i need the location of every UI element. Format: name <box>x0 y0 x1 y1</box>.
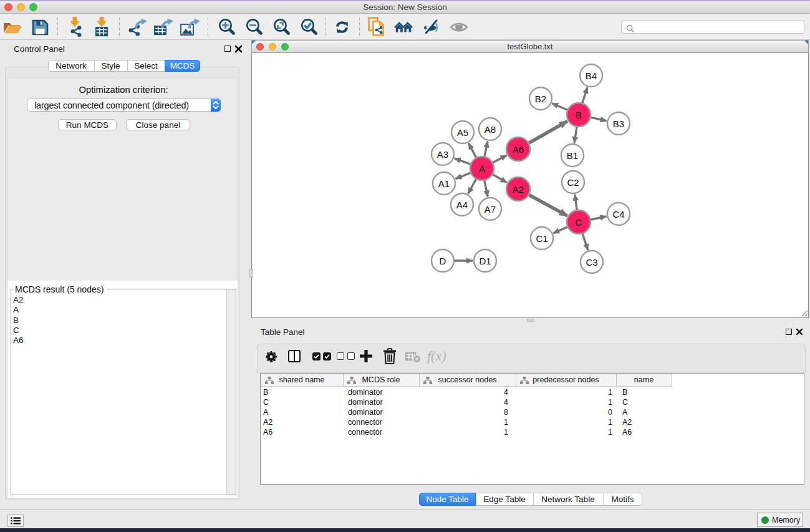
svg-text:A4: A4 <box>456 200 468 210</box>
svg-text:A8: A8 <box>485 124 496 135</box>
svg-text:C1: C1 <box>536 233 547 244</box>
svg-text:A: A <box>479 163 485 174</box>
svg-text:D1: D1 <box>479 256 491 266</box>
svg-text:D: D <box>440 256 446 266</box>
svg-text:A7: A7 <box>485 204 496 215</box>
svg-text:A2: A2 <box>513 184 524 195</box>
svg-text:B3: B3 <box>613 118 624 129</box>
svg-text:B1: B1 <box>567 150 578 161</box>
svg-text:A6: A6 <box>513 144 524 155</box>
svg-text:A3: A3 <box>437 149 448 160</box>
svg-text:B2: B2 <box>535 94 546 104</box>
svg-text:C4: C4 <box>612 209 624 220</box>
svg-text:B: B <box>576 110 582 120</box>
svg-text:C2: C2 <box>567 177 579 188</box>
svg-text:C: C <box>576 217 582 228</box>
svg-text:B4: B4 <box>586 70 597 81</box>
svg-text:A1: A1 <box>438 178 450 189</box>
svg-text:A5: A5 <box>457 127 468 138</box>
svg-text:C3: C3 <box>586 257 597 268</box>
